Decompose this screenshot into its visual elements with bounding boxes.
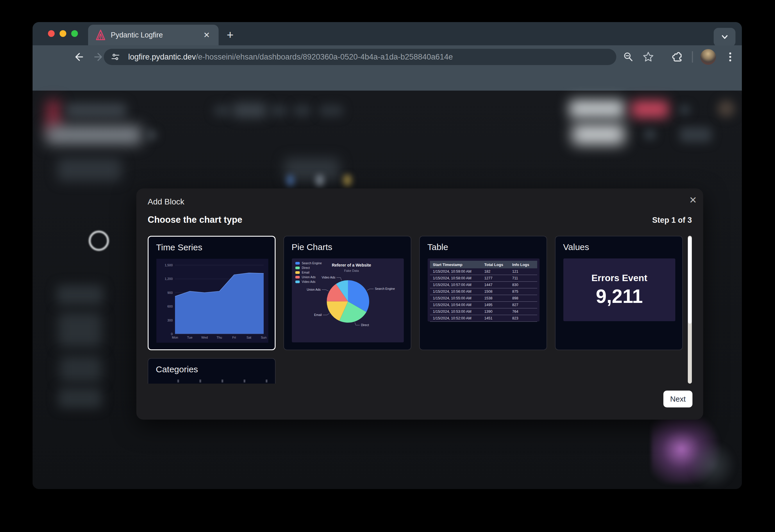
bg-edit-icon-blob — [145, 130, 157, 140]
bg-brand-text-blob — [65, 103, 126, 117]
table-row: 1/15/2024, 10:56:00 AM1508875 — [430, 288, 537, 295]
modal-subtitle: Choose the chart type — [148, 215, 243, 225]
back-button[interactable] — [70, 49, 86, 65]
tab-title: Pydantic Logfire — [111, 31, 163, 39]
svg-text:300: 300 — [167, 319, 173, 322]
table-cell: 1/15/2024, 10:52:00 AM — [430, 315, 481, 322]
table-cell: 1/15/2024, 10:55:00 AM — [430, 295, 481, 302]
new-tab-icon[interactable]: + — [227, 28, 234, 42]
table-cell: 898 — [509, 295, 537, 302]
url-path: /e-hosseini/ehsan/dashboards/8920360a-05… — [196, 53, 453, 61]
tab-search-button[interactable] — [714, 28, 735, 46]
table-cell: 1/15/2024, 10:54:00 AM — [430, 302, 481, 308]
legend-chip — [295, 262, 300, 265]
bg-legend-dot-blue-blob — [286, 175, 295, 186]
svg-text:1,500: 1,500 — [164, 263, 173, 267]
table-cell: 875 — [509, 288, 537, 295]
bg-legend-dot-white-blob — [315, 175, 324, 186]
card-pie-charts[interactable]: Pie Charts Referer of a WebsiteFake Data… — [284, 236, 411, 350]
toolbar-divider — [692, 51, 693, 63]
table-cell: 764 — [509, 308, 537, 315]
card-title: Categories — [156, 364, 198, 374]
preview-table: Start TimestampTotal LogsInfo Logs1/15/2… — [430, 261, 537, 322]
svg-text:Sat: Sat — [247, 336, 252, 339]
site-controls-icon[interactable] — [110, 52, 121, 62]
bg-page-title-blob — [46, 126, 142, 144]
bookmark-button[interactable] — [640, 49, 656, 65]
table-cell: 1/15/2024, 10:58:00 AM — [430, 275, 481, 282]
svg-text:Tue: Tue — [187, 336, 193, 339]
browser-tab[interactable]: Pydantic Logfire ✕ — [88, 25, 219, 45]
step-indicator: Step 1 of 3 — [652, 216, 692, 225]
table-cell: 182 — [481, 268, 509, 275]
table-cell: 823 — [509, 315, 537, 322]
url-text[interactable]: logfire.pydantic.dev/e-hosseini/ehsan/da… — [128, 53, 453, 62]
legend-label: Search Engine — [302, 261, 322, 265]
screen: Pydantic Logfire ✕ + — [0, 0, 775, 532]
metric-value: 9,211 — [596, 285, 643, 307]
browser-toolbar: logfire.pydantic.dev/e-hosseini/ehsan/da… — [33, 45, 742, 91]
table-cell: 830 — [509, 282, 537, 288]
bg-button-blob — [680, 127, 712, 142]
legend-item: Video Ads — [295, 280, 322, 283]
svg-text:0: 0 — [171, 332, 173, 336]
table-cell: 711 — [509, 275, 537, 282]
modal-close-icon[interactable]: ✕ — [687, 194, 699, 206]
bg-gray-glow — [686, 443, 738, 487]
pie-legend: Search EngineDirectEmailUnion AdsVideo A… — [295, 261, 322, 285]
minimize-traffic-light[interactable] — [60, 30, 66, 37]
table-cell: 1/15/2024, 10:53:00 AM — [430, 308, 481, 315]
svg-text:Fri: Fri — [232, 336, 236, 339]
svg-text:Video Ads: Video Ads — [322, 276, 335, 279]
address-bar[interactable]: logfire.pydantic.dev/e-hosseini/ehsan/da… — [104, 49, 616, 65]
metric-label: Errors Event — [591, 273, 647, 283]
svg-text:Search Engine: Search Engine — [375, 287, 395, 290]
value-preview: Errors Event 9,211 — [563, 258, 675, 321]
legend-label: Union Ads — [302, 275, 316, 279]
bg-avatar-blob — [717, 100, 735, 117]
close-traffic-light[interactable] — [48, 30, 55, 37]
card-categories[interactable]: Categories — [148, 358, 276, 384]
card-values[interactable]: Values Errors Event 9,211 — [555, 236, 683, 350]
bg-nav-item-blob — [319, 105, 343, 116]
svg-text:900: 900 — [167, 291, 173, 294]
bg-white-button-blob — [572, 124, 625, 145]
table-cell: 1390 — [481, 308, 509, 315]
table-header-cell: Info Logs — [509, 261, 537, 268]
svg-text:Mon: Mon — [172, 336, 178, 339]
table-cell: 1495 — [481, 302, 509, 308]
svg-text:600: 600 — [167, 305, 173, 308]
logfire-favicon-icon — [96, 29, 105, 41]
legend-label: Email — [302, 271, 309, 274]
card-table[interactable]: Table Start TimestampTotal LogsInfo Logs… — [419, 236, 547, 350]
profile-button[interactable] — [700, 49, 716, 65]
table-preview: Start TimestampTotal LogsInfo Logs1/15/2… — [428, 258, 539, 321]
table-row: 1/15/2024, 10:53:00 AM1390764 — [430, 308, 537, 315]
kebab-menu-icon — [729, 51, 732, 63]
svg-text:Direct: Direct — [361, 323, 369, 327]
table-cell: 121 — [509, 268, 537, 275]
next-button[interactable]: Next — [663, 391, 693, 407]
chart-type-list: Time Series 03006009001,2001,500MonTueWe… — [148, 236, 688, 384]
tab-close-icon[interactable]: ✕ — [203, 30, 210, 40]
bg-nav-item-blob — [270, 105, 288, 116]
browser-menu-button[interactable] — [722, 49, 738, 65]
card-time-series[interactable]: Time Series 03006009001,2001,500MonTueWe… — [148, 236, 276, 350]
table-row: 1/15/2024, 10:59:00 AM182121 — [430, 268, 537, 275]
extensions-puzzle-icon — [671, 51, 684, 63]
svg-text:Thu: Thu — [217, 336, 222, 339]
card-title: Pie Charts — [292, 242, 332, 252]
extensions-button[interactable] — [669, 49, 686, 65]
maximize-traffic-light[interactable] — [71, 30, 78, 37]
bookmark-star-icon — [642, 51, 654, 63]
legend-chip — [295, 271, 300, 274]
table-cell: 1277 — [481, 275, 509, 282]
table-header-cell: Start Timestamp — [430, 261, 481, 268]
bg-icon-blob — [644, 129, 656, 140]
scrollbar-thumb[interactable] — [688, 237, 692, 324]
table-cell: 1451 — [481, 315, 509, 322]
bg-nav-item-blob — [293, 105, 311, 116]
bg-nav-item-blob — [214, 105, 231, 116]
zoom-indicator-button[interactable] — [620, 49, 636, 65]
modal-scrollbar[interactable] — [688, 236, 692, 384]
